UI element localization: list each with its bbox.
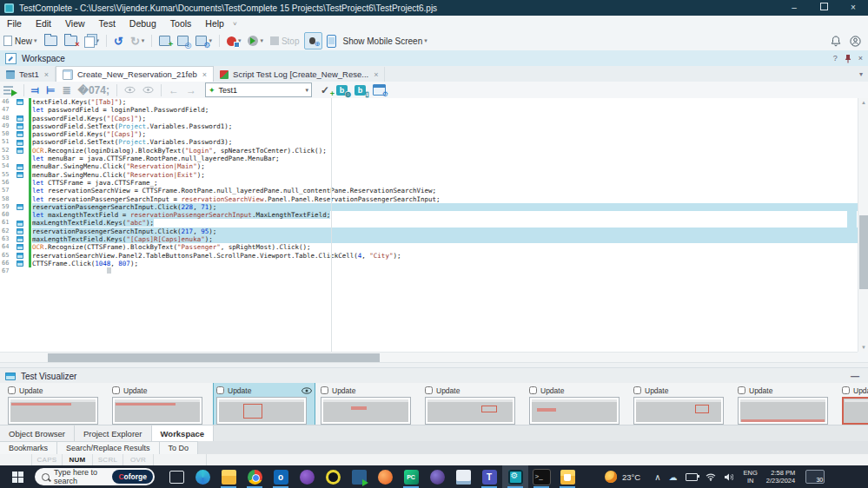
outlook-button[interactable]: o [268,465,294,488]
menu-edit[interactable]: Edit [29,18,58,29]
code-line[interactable]: 52OCR.Recognize(loginDialog).BlockByText… [0,147,858,155]
frame-thumbnail[interactable] [529,397,620,425]
scroll-up-icon[interactable]: ▲ [858,100,868,105]
pycharm-button[interactable]: PC [398,465,424,488]
code-line[interactable]: 57let reservationSearchView = CTTSFrame.… [0,187,858,195]
code-line[interactable]: 47let passwordField = loginPanel.Passwor… [0,106,858,114]
mobile-screen-button[interactable] [324,33,339,49]
results-tab-to-do[interactable]: To Do [160,441,199,454]
restore-button[interactable] [809,0,838,16]
code-line[interactable]: 46textField.Keys("[Tab]"); [0,98,858,106]
app-yellow-button[interactable] [320,465,346,488]
browser-settings-button[interactable] [370,82,388,98]
revert-lines-button[interactable]: �074; [76,82,112,98]
visualizer-frame[interactable]: Update [839,383,868,425]
code-line[interactable]: 62reservationPassengerSearchInput.Click(… [0,228,858,235]
code-line[interactable]: 60let maxLengthTextField = reservationPa… [0,211,858,219]
close-button[interactable]: × [838,0,868,16]
visualizer-frame[interactable]: Update [5,383,106,425]
pin-icon[interactable] [845,54,851,63]
file-explorer-button[interactable] [215,465,242,488]
tab-close-icon[interactable]: × [202,70,207,79]
wifi-icon[interactable] [706,473,716,481]
menu-tools[interactable]: Tools [163,18,199,29]
save-all-button[interactable]: ▾ [82,33,103,49]
code-line[interactable]: 67 [0,267,858,275]
visualizer-frame[interactable]: Update [631,383,732,425]
app-violet-button[interactable] [424,465,450,488]
panel-tab-workspace[interactable]: Workspace [152,425,215,442]
taskbar-search-input[interactable]: Type here to search Coforge [35,468,155,485]
update-checkbox[interactable] [529,386,537,394]
tray-expand-icon[interactable]: ∧ [654,472,660,482]
battery-icon[interactable] [686,473,698,481]
tab-list-dropdown-icon[interactable]: ▾ [859,70,868,78]
coforge-badge[interactable]: Coforge [112,470,153,484]
frame-thumbnail[interactable] [112,397,202,425]
navigate-back-button[interactable]: ← [166,82,182,98]
code-line[interactable]: 56let CTTSFrame = java.CTTSFrame_; [0,179,858,187]
onedrive-cloud-icon[interactable]: ☁ [669,472,678,482]
visualizer-frame[interactable]: Update [109,383,210,425]
code-line[interactable]: 54menuBar.SwingMenu.Click("Reservation|M… [0,162,858,170]
results-tab-bookmarks[interactable]: Bookmarks [0,441,57,454]
notes-app-button[interactable] [450,465,476,488]
update-checkbox[interactable] [842,386,850,394]
code-line[interactable]: 65reservationSearchView.Panel2.TableButt… [0,252,858,260]
visualizer-frame[interactable]: Update [422,383,523,425]
test-item-combobox[interactable]: ✦ Test1 ▾ [205,82,312,97]
mobile-testing-button[interactable]: b▯ [352,82,368,98]
code-line[interactable]: 63maxLengthTextField.Keys("[Caps]R[Caps]… [0,235,858,243]
frame-thumbnail[interactable] [738,397,828,425]
java-app-button[interactable] [554,465,580,488]
scroll-down-icon[interactable]: ▼ [858,345,868,350]
run-from-line-button[interactable] [1,82,19,98]
test-visualizer-header[interactable]: Test Visualizer — [0,367,868,385]
menu-view[interactable]: View [58,18,92,29]
code-line[interactable]: 50passwordField.Keys("[Caps]"); [0,130,858,138]
frame-thumbnail[interactable] [425,397,515,425]
code-line[interactable]: 51passwordField.SetText(Project.Variable… [0,138,858,146]
update-checkbox[interactable] [8,386,16,394]
code-line[interactable]: 64OCR.Recognize(CTTSFrame).BlockByText("… [0,243,858,251]
account-icon[interactable] [850,36,861,47]
menu-overflow-icon[interactable]: ˅ [233,20,237,28]
panel-tab-object-browser[interactable]: Object Browser [0,425,75,442]
testcomplete-taskbar-button[interactable] [502,465,528,488]
teams-button[interactable]: T [476,465,502,488]
debug-toggle-button[interactable] [304,32,322,49]
indent-button[interactable]: ⊨ [43,82,57,98]
add-object-button[interactable]: + [156,33,173,49]
code-line[interactable]: 61maxLengthTextField.Keys("abc"); [0,219,858,227]
menu-help[interactable]: Help [198,18,231,29]
edge-button[interactable] [189,465,215,488]
open-project-button[interactable] [42,33,60,49]
frame-thumbnail[interactable] [8,397,98,425]
clock[interactable]: 2:58 PM2/23/2024 [766,469,795,485]
database-run-button[interactable] [346,465,372,488]
format-lines-button[interactable]: ≣ [60,82,74,98]
update-checkbox[interactable] [216,386,224,394]
code-line[interactable]: 58let reservationPassengerSearchInput = … [0,195,858,203]
panel-tab-project-explorer[interactable]: Project Explorer [75,425,152,442]
code-line[interactable]: 66CTTSFrame.Click(1048, 807); [0,260,858,267]
data-generator-button[interactable]: ⚙▾ [193,33,215,49]
update-checkbox[interactable] [425,386,433,394]
show-mobile-screen-button[interactable]: Show Mobile Screen▾ [341,33,430,49]
chrome-button[interactable] [242,465,268,488]
visualizer-frame[interactable]: Update [318,383,419,425]
volume-icon[interactable] [724,473,733,481]
start-button[interactable] [0,465,35,488]
vertical-scroll-thumb[interactable] [859,215,868,289]
menu-test[interactable]: Test [92,18,123,29]
document-tab-2[interactable]: Create_New_Reservation_21feb× [56,66,214,82]
update-checkbox[interactable] [112,386,120,394]
app-purple-button[interactable] [294,465,320,488]
terminal-button[interactable]: >_ [528,465,554,488]
hide-region-button[interactable] [122,82,138,98]
web-testing-button[interactable]: b◍ [334,82,350,98]
visualizer-frame[interactable]: Update [214,383,315,425]
frame-thumbnail[interactable] [842,397,868,425]
new-button[interactable]: New▾ [1,33,40,49]
outdent-button[interactable]: ⫤ [29,82,42,98]
